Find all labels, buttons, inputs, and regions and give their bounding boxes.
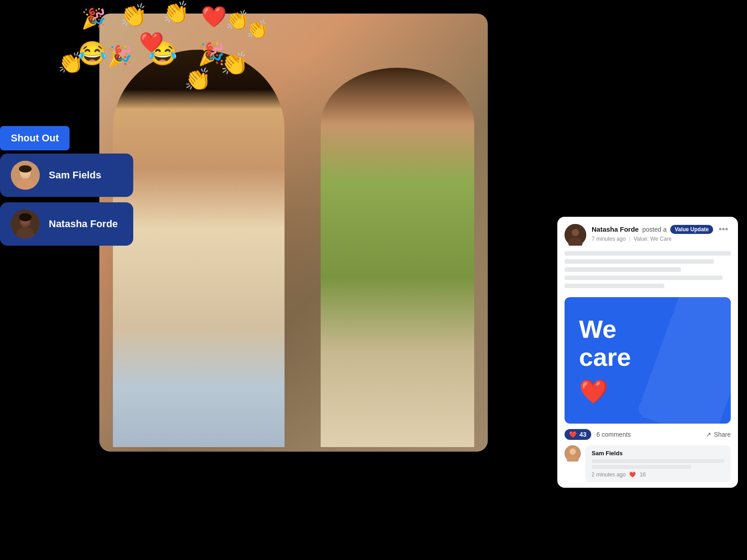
- reaction-heart-icon: ❤️: [569, 431, 577, 438]
- emoji-12: 👏: [220, 51, 248, 77]
- post-author-name: Natasha Forde: [592, 225, 639, 233]
- user-card-natasha[interactable]: Natasha Forde: [0, 202, 133, 246]
- comment-meta: 2 minutes ago ❤️ 16: [592, 471, 724, 478]
- main-photo: [99, 14, 488, 452]
- svg-point-9: [19, 213, 32, 221]
- svg-point-4: [19, 165, 32, 173]
- emoji-3: 👏: [163, 0, 190, 25]
- comment-section: Sam Fields 2 minutes ago ❤️ 16: [557, 445, 738, 488]
- we-care-card: Wecare ❤️: [565, 297, 731, 424]
- svg-point-14: [570, 448, 576, 455]
- share-icon: ↗: [706, 431, 711, 438]
- post-footer: ❤️ 43 6 comments ↗ Share: [557, 424, 738, 445]
- post-more-button[interactable]: •••: [717, 224, 730, 234]
- user-name-natasha: Natasha Forde: [49, 218, 118, 230]
- user-card-sam[interactable]: Sam Fields: [0, 154, 133, 197]
- post-avatar-natasha: [565, 224, 586, 246]
- post-time: 7 minutes ago | Value: We Care: [592, 236, 731, 242]
- post-author-row: Natasha Forde posted a Value Update •••: [592, 224, 731, 234]
- share-label: Share: [714, 431, 731, 438]
- emoji-4: ❤️: [201, 5, 227, 29]
- we-care-title: Wecare: [579, 315, 631, 371]
- we-care-diagonal-decoration: [636, 297, 731, 424]
- emoji-6: 👏: [246, 19, 269, 40]
- avatar-natasha: [11, 210, 40, 238]
- person-left: [113, 50, 285, 447]
- post-content-skeleton: [557, 251, 738, 297]
- user-name-sam: Sam Fields: [49, 169, 101, 181]
- post-action-text: posted a: [642, 226, 667, 233]
- reaction-number: 43: [579, 431, 587, 438]
- scene: 🎉 👏 👏 ❤️ 👏 👏 😂 👏 🎉 😂 🎉 👏 ❤️ 👏 Shout Out …: [0, 0, 747, 560]
- person-right: [321, 68, 474, 447]
- value-badge: Value Update: [670, 225, 713, 234]
- avatar-sam: [11, 161, 40, 190]
- comment-avatar-sam: [565, 445, 581, 462]
- post-header: Natasha Forde posted a Value Update ••• …: [557, 217, 738, 251]
- post-meta: Natasha Forde posted a Value Update ••• …: [592, 224, 731, 242]
- shout-out-button[interactable]: Shout Out: [0, 126, 70, 150]
- comment-heart-icon: ❤️: [629, 471, 636, 478]
- emoji-1: 🎉: [81, 7, 106, 30]
- emoji-9: 🎉: [107, 44, 132, 68]
- reaction-count: ❤️ 43: [565, 429, 591, 440]
- svg-point-11: [572, 229, 579, 236]
- comments-count[interactable]: 6 comments: [597, 431, 700, 438]
- emoji-8: 👏: [58, 51, 84, 75]
- emoji-14: 👏: [184, 67, 211, 92]
- comment-bubble: Sam Fields 2 minutes ago ❤️ 16: [585, 445, 731, 482]
- post-card: Natasha Forde posted a Value Update ••• …: [557, 217, 738, 488]
- emoji-13: ❤️: [139, 31, 164, 54]
- comment-author-name: Sam Fields: [592, 450, 724, 457]
- comment-time: 2 minutes ago: [592, 471, 626, 478]
- emoji-2: 👏: [120, 2, 148, 28]
- share-button[interactable]: ↗ Share: [706, 431, 731, 438]
- we-care-heart-icon: ❤️: [579, 378, 608, 406]
- comment-heart-count: 16: [640, 471, 645, 478]
